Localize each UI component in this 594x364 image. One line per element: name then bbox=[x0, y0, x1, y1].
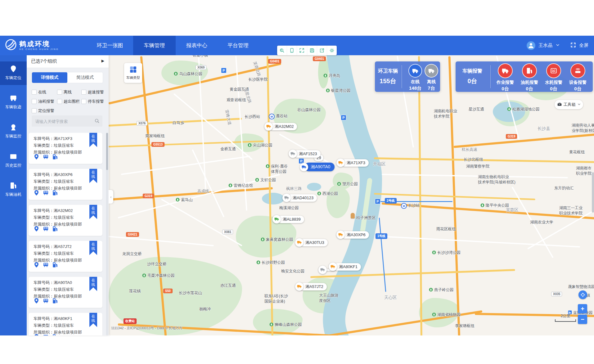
tab-detail-mode[interactable]: 详情模式 bbox=[32, 72, 67, 83]
panel-scrollbar[interactable] bbox=[106, 133, 108, 335]
nav-item-vehicle-management[interactable]: 车辆管理 bbox=[133, 36, 176, 55]
panel-collapse-handle[interactable]: ‹ bbox=[109, 190, 113, 204]
settings-icon[interactable] bbox=[327, 46, 337, 55]
vehicle-marker[interactable]: 湘A30TU3 bbox=[295, 238, 328, 247]
filter-checkbox-2[interactable]: 离线 bbox=[57, 89, 72, 95]
filter-checkbox-7[interactable]: 定位报警 bbox=[32, 108, 54, 114]
map-label: 保利·麓谷体育公园 bbox=[266, 164, 288, 174]
map-label-text: 桔子洲景区 bbox=[356, 215, 376, 221]
track-bus-icon[interactable] bbox=[43, 154, 49, 161]
filter-checkbox-5[interactable]: 超出围栏 bbox=[57, 99, 80, 104]
truck-icon bbox=[295, 238, 304, 247]
vehicle-type-button[interactable]: 车辆类型 bbox=[124, 63, 142, 83]
save-icon[interactable] bbox=[307, 46, 317, 55]
vehicle-card[interactable]: 车牌号码：湘A57JT2 车辆类型：垃圾压缩车 所属组织：厨余垃圾项目部 在线 bbox=[29, 241, 102, 272]
map-label: 晟象智慧物流园 bbox=[568, 284, 594, 290]
search-input[interactable] bbox=[35, 115, 92, 127]
track-bus-icon[interactable] bbox=[43, 262, 49, 269]
vehicle-card[interactable]: 车牌号码：湘A32M02 车辆类型：垃圾压缩车 所属组织：厨余垃圾项目部 在线 bbox=[29, 205, 102, 236]
fuel-pump-icon[interactable] bbox=[52, 262, 58, 269]
vehicle-marker[interactable]: 湘A90TA0 bbox=[300, 163, 335, 171]
locate-pin-icon[interactable] bbox=[34, 262, 39, 269]
vehicle-marker[interactable]: 湘AD40123 bbox=[282, 194, 317, 202]
vehicle-card[interactable]: 车牌号码：湘A90TA0 车辆类型：垃圾压缩车 所属组织：厨余垃圾项目部 在线 bbox=[29, 277, 102, 308]
user-name[interactable]: 王水晶 bbox=[538, 43, 552, 48]
map-label: 桔子洲景区 bbox=[356, 215, 376, 221]
checkbox-icon[interactable] bbox=[32, 90, 37, 95]
parking-icon: P bbox=[375, 199, 380, 204]
locate-pin-icon[interactable] bbox=[34, 190, 39, 197]
track-bus-icon[interactable] bbox=[43, 190, 49, 197]
locate-pin-icon[interactable] bbox=[34, 154, 39, 161]
locate-pin-icon[interactable] bbox=[34, 334, 39, 335]
org-expand-arrow-icon[interactable]: ▶ bbox=[101, 59, 104, 63]
checkbox-icon[interactable] bbox=[57, 99, 62, 104]
nav-item-overview-map[interactable]: 环卫一张图 bbox=[93, 36, 127, 55]
search-icon[interactable] bbox=[94, 118, 100, 125]
checkbox-icon[interactable] bbox=[81, 90, 86, 95]
chevron-down-icon[interactable] bbox=[556, 43, 560, 48]
fullscreen-icon[interactable] bbox=[570, 42, 576, 49]
nav-item-platform-management[interactable]: 平台管理 bbox=[221, 36, 255, 55]
locate-button[interactable] bbox=[578, 290, 587, 299]
map-canvas[interactable]: 车辆类型 环卫车辆 155台 在线 148台 离线 7台 车辆报警 bbox=[109, 55, 594, 335]
map-label-text: 长沙西站 bbox=[245, 114, 260, 119]
vehicle-marker[interactable]: 湘A30XP6 bbox=[336, 231, 369, 239]
filter-checkbox-6[interactable]: 停车报警 bbox=[81, 99, 104, 104]
map-label-text: 长沙北枢纽 bbox=[464, 157, 483, 162]
sidebar-item-vehicle-monitor[interactable]: 车辆监控 bbox=[0, 120, 27, 143]
checkbox-icon[interactable] bbox=[32, 108, 37, 113]
sidebar-item-label: 车辆定位 bbox=[0, 75, 27, 81]
sidebar-item-history-monitor[interactable]: 历史监控 bbox=[0, 149, 27, 173]
vehicle-marker[interactable]: 湘A80KF1 bbox=[329, 263, 361, 271]
truck-icon bbox=[295, 282, 304, 291]
share-icon[interactable] bbox=[317, 46, 327, 55]
vehicle-marker[interactable]: 湘AL8839 bbox=[272, 215, 304, 223]
fullscreen-label[interactable]: 全屏 bbox=[579, 43, 588, 48]
nav-item-report-center[interactable]: 报表中心 bbox=[180, 36, 214, 55]
fuel-pump-icon[interactable] bbox=[52, 298, 58, 305]
metro-station-icon: M bbox=[269, 114, 275, 119]
filter-checkbox-4[interactable]: 油耗报警 bbox=[32, 99, 54, 104]
track-bus-icon[interactable] bbox=[43, 334, 49, 335]
checkbox-icon[interactable] bbox=[32, 99, 37, 104]
sidebar-item-vehicle-track[interactable]: 车辆轨迹 bbox=[0, 91, 27, 114]
fuel-pump-icon[interactable] bbox=[52, 190, 58, 197]
map-label-text: 湖南都市职业学院 bbox=[576, 166, 592, 176]
vehicle-card[interactable]: 车牌号码：湘A80KF1 车辆类型：垃圾压缩车 所属组织：厨余垃圾项目部 在线 bbox=[29, 313, 102, 335]
vehicle-marker[interactable]: 湘A57JT2 bbox=[295, 282, 327, 291]
map-label: 尖山湖公园 bbox=[248, 143, 272, 148]
vehicle-marker[interactable]: 湘A71XF3 bbox=[336, 159, 369, 167]
fuel-pump-icon[interactable] bbox=[52, 226, 58, 233]
expand-icon[interactable] bbox=[297, 46, 307, 55]
vehicle-card[interactable]: 车牌号码：湘A71XF3 车辆类型：垃圾压缩车 所属组织：厨余垃圾项目部 在线 bbox=[29, 133, 102, 164]
zoom-out-button[interactable]: − bbox=[578, 315, 587, 324]
fuel-pump-icon[interactable] bbox=[52, 154, 58, 161]
fuel-pump-icon[interactable] bbox=[52, 334, 58, 335]
filter-checkbox-3[interactable]: 超速报警 bbox=[81, 89, 104, 95]
status-badge: 在线 bbox=[89, 277, 97, 291]
vehicle-card[interactable]: 车牌号码：湘A30XP6 车辆类型：垃圾压缩车 所属组织：厨余垃圾项目部 在线 bbox=[29, 169, 102, 200]
status-badge: 在线 bbox=[89, 205, 97, 219]
checkbox-icon[interactable] bbox=[81, 99, 86, 104]
zoom-in-button[interactable]: + bbox=[578, 304, 587, 313]
map-label: 湖南省植物园 bbox=[432, 312, 461, 317]
grid-icon bbox=[124, 65, 142, 75]
tab-simple-mode[interactable]: 简洁模式 bbox=[67, 72, 103, 83]
locate-pin-icon[interactable] bbox=[34, 226, 39, 233]
locate-pin-icon[interactable] bbox=[34, 298, 39, 305]
sidebar-item-vehicle-fuel[interactable]: 车辆油耗 bbox=[0, 178, 27, 202]
sidebar-item-vehicle-locate[interactable]: 车辆定位 bbox=[0, 61, 27, 85]
overview-icon[interactable] bbox=[287, 46, 297, 55]
toolbox-button[interactable]: 工具箱 bbox=[555, 100, 583, 109]
track-bus-icon[interactable] bbox=[43, 298, 49, 305]
user-avatar[interactable] bbox=[527, 41, 535, 50]
vehicle-marker[interactable]: 湘A32M02 bbox=[264, 122, 297, 131]
org-selector[interactable]: 已选7个组织 ▶ bbox=[27, 55, 109, 68]
track-bus-icon[interactable] bbox=[43, 226, 49, 233]
vehicle-marker[interactable]: 湘AF1523 bbox=[289, 150, 321, 158]
checkbox-icon[interactable] bbox=[57, 90, 62, 95]
marquee-zoom-icon[interactable] bbox=[277, 46, 287, 55]
browser-scrollbar[interactable] bbox=[592, 172, 594, 213]
filter-checkbox-1[interactable]: 在线 bbox=[32, 89, 46, 95]
